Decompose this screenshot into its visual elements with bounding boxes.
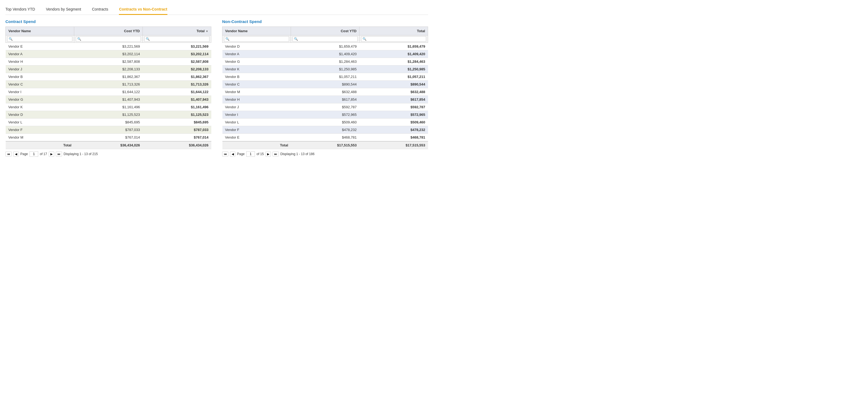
total: $509,460 bbox=[360, 119, 428, 126]
total: $478,232 bbox=[360, 126, 428, 134]
non-contract-first-page[interactable]: ⏮ bbox=[222, 152, 228, 157]
contract-of-label: of 17 bbox=[40, 152, 47, 156]
vendor-name: Vendor H bbox=[222, 96, 291, 103]
cost-ytd: $1,250,985 bbox=[291, 65, 360, 73]
non-contract-total-search[interactable] bbox=[361, 36, 426, 42]
total: $1,284,463 bbox=[360, 58, 428, 65]
vendor-name: Vendor D bbox=[222, 43, 291, 50]
cost-ytd: $1,862,367 bbox=[74, 73, 143, 81]
contract-filter-total[interactable] bbox=[143, 35, 211, 43]
table-row: Vendor I $1,644,122 $1,644,122 bbox=[6, 88, 211, 96]
table-row: Vendor G $1,407,943 $1,407,943 bbox=[6, 96, 211, 103]
total: $592,787 bbox=[360, 103, 428, 111]
non-contract-prev-page[interactable]: ◀ bbox=[230, 152, 236, 157]
contract-spend-panel: Contract Spend Vendor Name Cost YTD Tota… bbox=[5, 19, 211, 157]
total: $1,713,326 bbox=[143, 81, 211, 88]
vendor-name: Vendor D bbox=[6, 111, 74, 119]
contract-first-page[interactable]: ⏮ bbox=[5, 152, 12, 157]
contract-page-input[interactable] bbox=[30, 151, 38, 157]
non-contract-filter-vendor[interactable] bbox=[222, 35, 291, 43]
vendor-name: Vendor K bbox=[6, 103, 74, 111]
cost-ytd: $845,695 bbox=[74, 119, 143, 126]
total: $1,407,943 bbox=[143, 96, 211, 103]
tab-contracts[interactable]: Contracts bbox=[92, 4, 108, 15]
contract-cost-ytd-search[interactable] bbox=[76, 36, 141, 42]
contract-page-label: Page bbox=[20, 152, 28, 156]
vendor-name: Vendor H bbox=[6, 58, 74, 65]
contract-filter-row bbox=[6, 35, 211, 43]
non-contract-vendor-search[interactable] bbox=[224, 36, 289, 42]
non-contract-col-total[interactable]: Total bbox=[360, 27, 428, 35]
vendor-name: Vendor I bbox=[6, 88, 74, 96]
table-row: Vendor J $2,208,133 $2,208,133 bbox=[6, 65, 211, 73]
tab-top-vendors[interactable]: Top Vendors YTD bbox=[5, 4, 35, 15]
non-contract-display-text: Displaying 1 - 13 of 186 bbox=[280, 152, 314, 156]
non-contract-total-row: Total $17,515,553 $17,515,553 bbox=[222, 141, 428, 149]
contract-prev-page[interactable]: ◀ bbox=[13, 152, 19, 157]
tab-vendors-by-segment[interactable]: Vendors by Segment bbox=[46, 4, 81, 15]
contract-total-label: Total bbox=[6, 141, 74, 149]
table-row: Vendor D $1,659,479 $1,659,479 bbox=[222, 43, 428, 50]
cost-ytd: $1,284,463 bbox=[291, 58, 360, 65]
contract-last-page[interactable]: ⏭ bbox=[56, 152, 62, 157]
non-contract-last-page[interactable]: ⏭ bbox=[273, 152, 279, 157]
vendor-name: Vendor L bbox=[6, 119, 74, 126]
total: $1,125,523 bbox=[143, 111, 211, 119]
contract-col-total[interactable]: Total ▼ bbox=[143, 27, 211, 35]
table-row: Vendor C $1,713,326 $1,713,326 bbox=[6, 81, 211, 88]
contract-display-text: Displaying 1 - 13 of 215 bbox=[64, 152, 98, 156]
total: $632,488 bbox=[360, 88, 428, 96]
table-row: Vendor H $2,587,808 $2,587,808 bbox=[6, 58, 211, 65]
contract-vendor-search[interactable] bbox=[7, 36, 72, 42]
non-contract-total-cost-ytd: $17,515,553 bbox=[291, 141, 360, 149]
vendor-name: Vendor E bbox=[222, 134, 291, 141]
non-contract-page-input[interactable] bbox=[246, 151, 255, 157]
contract-pagination: ⏮ ◀ Page of 17 ▶ ⏭ Displaying 1 - 13 of … bbox=[5, 151, 211, 157]
total: $767,014 bbox=[143, 134, 211, 141]
non-contract-of-label: of 15 bbox=[256, 152, 264, 156]
cost-ytd: $1,057,211 bbox=[291, 73, 360, 81]
table-row: Vendor F $478,232 $478,232 bbox=[222, 126, 428, 134]
vendor-name: Vendor G bbox=[222, 58, 291, 65]
table-row: Vendor K $1,161,496 $1,161,496 bbox=[6, 103, 211, 111]
page-container: Top Vendors YTD Vendors by Segment Contr… bbox=[0, 0, 433, 161]
contract-next-page[interactable]: ▶ bbox=[49, 152, 54, 157]
non-contract-col-vendor[interactable]: Vendor Name bbox=[222, 27, 291, 35]
table-row: Vendor M $632,488 $632,488 bbox=[222, 88, 428, 96]
total: $890,544 bbox=[360, 81, 428, 88]
non-contract-col-cost-ytd[interactable]: Cost YTD bbox=[291, 27, 360, 35]
cost-ytd: $1,161,496 bbox=[74, 103, 143, 111]
contract-filter-cost-ytd[interactable] bbox=[74, 35, 143, 43]
tab-contracts-vs-non[interactable]: Contracts vs Non-Contract bbox=[119, 4, 167, 15]
non-contract-total-label: Total bbox=[222, 141, 291, 149]
cost-ytd: $572,965 bbox=[291, 111, 360, 119]
total: $1,644,122 bbox=[143, 88, 211, 96]
table-row: Vendor L $509,460 $509,460 bbox=[222, 119, 428, 126]
non-contract-page-label: Page bbox=[237, 152, 245, 156]
non-contract-filter-total[interactable] bbox=[360, 35, 428, 43]
vendor-name: Vendor A bbox=[6, 50, 74, 58]
contract-total-search[interactable] bbox=[145, 36, 209, 42]
table-row: Vendor E $468,781 $468,781 bbox=[222, 134, 428, 141]
table-row: Vendor B $1,862,367 $1,862,367 bbox=[6, 73, 211, 81]
table-row: Vendor B $1,057,211 $1,057,211 bbox=[222, 73, 428, 81]
vendor-name: Vendor I bbox=[222, 111, 291, 119]
contract-table-header-row: Vendor Name Cost YTD Total ▼ bbox=[6, 27, 211, 35]
table-row: Vendor E $3,221,569 $3,221,569 bbox=[6, 43, 211, 50]
cost-ytd: $468,781 bbox=[291, 134, 360, 141]
vendor-name: Vendor K bbox=[222, 65, 291, 73]
cost-ytd: $1,713,326 bbox=[74, 81, 143, 88]
total: $1,057,211 bbox=[360, 73, 428, 81]
non-contract-filter-cost-ytd[interactable] bbox=[291, 35, 360, 43]
non-contract-next-page[interactable]: ▶ bbox=[266, 152, 271, 157]
total: $787,033 bbox=[143, 126, 211, 134]
table-row: Vendor F $787,033 $787,033 bbox=[6, 126, 211, 134]
vendor-name: Vendor E bbox=[6, 43, 74, 50]
contract-col-vendor[interactable]: Vendor Name bbox=[6, 27, 74, 35]
vendor-name: Vendor J bbox=[6, 65, 74, 73]
total: $468,781 bbox=[360, 134, 428, 141]
non-contract-cost-ytd-search[interactable] bbox=[292, 36, 358, 42]
contract-filter-vendor[interactable] bbox=[6, 35, 74, 43]
total: $845,695 bbox=[143, 119, 211, 126]
contract-col-cost-ytd[interactable]: Cost YTD bbox=[74, 27, 143, 35]
